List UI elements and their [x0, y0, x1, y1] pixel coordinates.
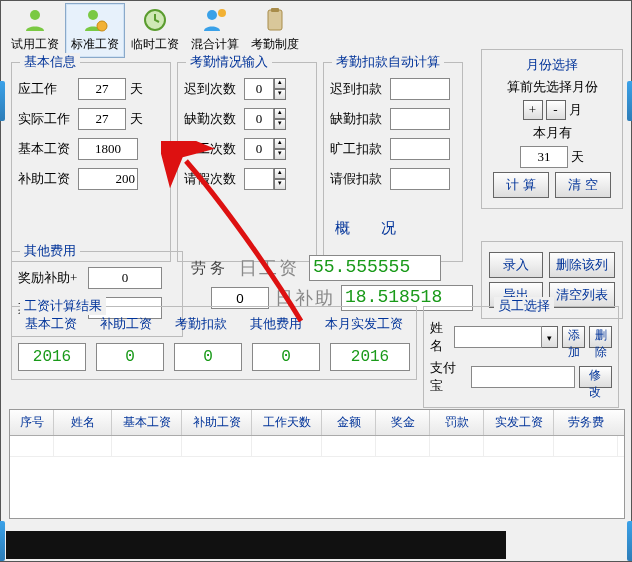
person-icon — [21, 6, 49, 34]
month-sub: 算前先选择月份 — [486, 78, 618, 96]
bottom-bar — [6, 531, 506, 559]
col-bonus[interactable]: 奖金 — [376, 410, 430, 435]
res-h-deduct: 考勤扣款 — [175, 315, 227, 333]
bonus-label: 奖励补助+ — [18, 269, 84, 287]
svg-rect-7 — [271, 8, 279, 12]
res-h-base: 基本工资 — [25, 315, 77, 333]
attendance-input-legend: 考勤情况输入 — [186, 53, 272, 71]
attendance-input-group: 考勤情况输入 迟到次数 ▴▾ 缺勤次数 ▴▾ 旷工次数 ▴▾ — [177, 62, 317, 262]
spin-up[interactable]: ▴ — [274, 108, 286, 119]
spin-up[interactable]: ▴ — [274, 78, 286, 89]
subsidy-input[interactable] — [78, 168, 138, 190]
month-minus-button[interactable]: - — [546, 100, 566, 120]
svg-point-4 — [207, 10, 217, 20]
result-grid[interactable]: 序号 姓名 基本工资 补助工资 工作天数 金额 奖金 罚款 实发工资 劳务费 — [9, 409, 625, 519]
result-legend: 工资计算结果 — [20, 297, 106, 315]
svg-rect-6 — [268, 10, 282, 30]
month-panel: 月份选择 算前先选择月份 + - 月 本月有 天 计 算 清 空 — [481, 49, 623, 209]
bonus-input[interactable] — [88, 267, 162, 289]
subsidy-label: 补助工资 — [18, 170, 74, 188]
grid-body[interactable] — [10, 436, 624, 519]
emp-name-combo[interactable] — [454, 326, 542, 348]
tool-trial-salary[interactable]: 试用工资 — [5, 3, 65, 58]
emp-alipay-input[interactable] — [471, 366, 575, 388]
skip-deduct-input[interactable] — [390, 138, 450, 160]
absent-deduct-input[interactable] — [390, 108, 450, 130]
clipboard-icon — [261, 6, 289, 34]
emp-alipay-label: 支付宝 — [430, 359, 467, 395]
result-group: 工资计算结果 基本工资 补助工资 考勤扣款 其他费用 本月实发工资 2016 0… — [11, 306, 417, 380]
chevron-down-icon[interactable]: ▾ — [542, 326, 558, 348]
labour-title: 劳务 — [191, 259, 229, 278]
import-button[interactable]: 录入 — [489, 252, 543, 278]
overview-label: 概 况 — [335, 219, 404, 238]
col-labour[interactable]: 劳务费 — [554, 410, 618, 435]
emp-add-button[interactable]: 添加 — [562, 326, 585, 348]
col-fine[interactable]: 罚款 — [430, 410, 484, 435]
labour-group: 劳务 日工资 55.555555 日补助 18.518518 — [191, 255, 473, 311]
tool-attendance-rules[interactable]: 考勤制度 — [245, 3, 305, 58]
should-work-label: 应工作 — [18, 80, 74, 98]
clear-list-button[interactable]: 清空列表 — [549, 282, 615, 308]
leave-count-input[interactable] — [244, 168, 274, 190]
calc-button[interactable]: 计 算 — [493, 172, 549, 198]
month-title: 月份选择 — [486, 56, 618, 74]
base-salary-label: 基本工资 — [18, 140, 74, 158]
other-fee-legend: 其他费用 — [20, 242, 80, 260]
month-unit: 月 — [569, 101, 582, 119]
actual-work-label: 实际工作 — [18, 110, 74, 128]
spin-up[interactable]: ▴ — [274, 138, 286, 149]
leave-deduct-label: 请假扣款 — [330, 170, 386, 188]
basic-info-group: 基本信息 应工作 天 实际工作 天 基本工资 补助工资 — [11, 62, 171, 262]
col-base[interactable]: 基本工资 — [112, 410, 182, 435]
spin-down[interactable]: ▾ — [274, 89, 286, 100]
delete-col-button[interactable]: 删除该列 — [549, 252, 615, 278]
daily-salary-value: 55.555555 — [309, 255, 441, 281]
emp-del-button[interactable]: 删除 — [589, 326, 612, 348]
col-name[interactable]: 姓名 — [54, 410, 112, 435]
spin-down[interactable]: ▾ — [274, 179, 286, 190]
spin-down[interactable]: ▾ — [274, 149, 286, 160]
emp-name-label: 姓名 — [430, 319, 450, 355]
tool-mixed-calc[interactable]: 混合计算 — [185, 3, 245, 58]
tool-temp-salary[interactable]: 临时工资 — [125, 3, 185, 58]
skip-deduct-label: 旷工扣款 — [330, 140, 386, 158]
actual-work-input[interactable] — [78, 108, 126, 130]
unit-day: 天 — [130, 80, 146, 98]
late-count-label: 迟到次数 — [184, 80, 240, 98]
base-salary-input[interactable] — [78, 138, 138, 160]
col-amount[interactable]: 金额 — [322, 410, 376, 435]
month-plus-button[interactable]: + — [523, 100, 543, 120]
month-days-input[interactable] — [520, 146, 568, 168]
leave-count-label: 请假次数 — [184, 170, 240, 188]
auto-deduct-legend: 考勤扣款自动计算 — [332, 53, 444, 71]
skip-count-label: 旷工次数 — [184, 140, 240, 158]
spin-up[interactable]: ▴ — [274, 168, 286, 179]
absent-count-input[interactable] — [244, 108, 274, 130]
svg-point-0 — [30, 10, 40, 20]
absent-count-label: 缺勤次数 — [184, 110, 240, 128]
col-index[interactable]: 序号 — [10, 410, 54, 435]
person-gear-icon — [81, 6, 109, 34]
leave-deduct-input[interactable] — [390, 168, 450, 190]
absent-deduct-label: 缺勤扣款 — [330, 110, 386, 128]
person-calc-icon — [201, 6, 229, 34]
res-h-subsidy: 补助工资 — [100, 315, 152, 333]
emp-edit-button[interactable]: 修改 — [579, 366, 612, 388]
late-count-input[interactable] — [244, 78, 274, 100]
svg-point-2 — [97, 21, 107, 31]
skip-count-input[interactable] — [244, 138, 274, 160]
clear-button[interactable]: 清 空 — [555, 172, 611, 198]
table-row[interactable] — [10, 436, 624, 457]
col-subsidy[interactable]: 补助工资 — [182, 410, 252, 435]
col-net[interactable]: 实发工资 — [484, 410, 554, 435]
late-deduct-label: 迟到扣款 — [330, 80, 386, 98]
unit-day: 天 — [571, 148, 584, 166]
tool-standard-salary[interactable]: 标准工资 — [65, 3, 125, 58]
should-work-input[interactable] — [78, 78, 126, 100]
spin-down[interactable]: ▾ — [274, 119, 286, 130]
late-deduct-input[interactable] — [390, 78, 450, 100]
col-days[interactable]: 工作天数 — [252, 410, 322, 435]
clock-icon — [141, 6, 169, 34]
month-has-label: 本月有 — [486, 124, 618, 142]
